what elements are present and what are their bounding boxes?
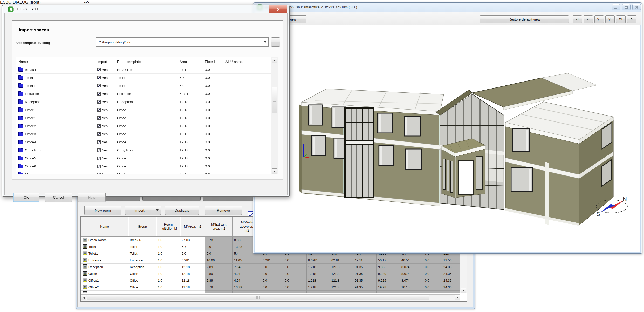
import-table-row[interactable]: OfficeYesOffice12.180.0 — [16, 106, 272, 114]
axis-x-minus-button[interactable]: x- — [584, 15, 593, 23]
import-button[interactable]: Import — [125, 206, 161, 215]
group-cell: Office — [128, 270, 156, 277]
rooms-column-header[interactable]: M*Ext win. area, m2 — [205, 217, 233, 237]
column-header-room-template[interactable]: Room template — [115, 57, 177, 66]
rooms-column-header[interactable]: Group — [128, 217, 156, 237]
import-checkbox[interactable] — [97, 108, 101, 112]
import-table-row[interactable]: Copy RoomYesCopy Room12.180.0 — [16, 146, 272, 154]
new-room-button[interactable]: New room — [84, 206, 121, 215]
import-checkbox[interactable] — [97, 124, 101, 128]
combobox-dropdown-icon[interactable] — [262, 41, 268, 43]
import-table-row[interactable]: Office2YesOffice12.180.0 — [16, 122, 272, 130]
import-checkbox[interactable] — [97, 157, 101, 160]
rooms-table-row[interactable]: ReceptionReception1.012.182.897.640.00.0… — [81, 264, 460, 270]
import-table-row[interactable]: ReceptionYesReception12.180.0 — [16, 98, 272, 106]
import-table-row[interactable]: Office1YesOffice12.180.0 — [16, 114, 272, 122]
viewer-titlebar[interactable]: smalloffice_d_ifc2x3_sb3: smalloffice_d_… — [253, 3, 642, 12]
vscroll-thumb[interactable] — [272, 87, 277, 113]
column-header-floor-l-[interactable]: Floor l... — [203, 57, 223, 66]
column-header-ahu-name[interactable]: AHU name — [223, 57, 272, 66]
import-table-row[interactable]: Office6YesOffice12.180.0 — [16, 162, 272, 170]
rooms-table-row[interactable]: Office2Office1.012.185.7813.390.00.01.21… — [81, 284, 460, 291]
space-name-cell: Office4 — [16, 138, 95, 146]
area-cell: 12.18 — [177, 106, 203, 114]
import-table-row[interactable]: Break RoomYesBreak Room27.110.0 — [16, 66, 272, 74]
help-button[interactable]: Help — [78, 193, 106, 202]
import-checkbox[interactable] — [97, 116, 101, 120]
import-value: Yes — [102, 148, 108, 152]
browse-button[interactable]: ... — [271, 37, 280, 47]
template-building-combobox[interactable]: C:\bugs\building2.idm — [96, 37, 269, 47]
folder-icon — [18, 84, 23, 88]
room-name-cell: Office — [81, 270, 128, 277]
rooms-column-header[interactable]: Room multiplier, M — [156, 217, 180, 237]
import-value: Yes — [102, 116, 108, 120]
import-checkbox[interactable] — [97, 92, 101, 96]
scroll-right-button[interactable] — [455, 295, 460, 300]
hscroll-thumb[interactable] — [87, 295, 429, 300]
import-table-scrollbar[interactable] — [271, 57, 278, 174]
import-dropdown-arrow-icon[interactable] — [154, 209, 161, 211]
rooms-table-row[interactable]: EntranceEntrance1.06.28116.6611.656.2810… — [81, 257, 460, 264]
axis-z-plus-button[interactable]: z+ — [616, 15, 626, 23]
column-header-area[interactable]: Area — [177, 57, 203, 66]
remove-button[interactable]: Remove — [205, 206, 242, 215]
import-table-row[interactable]: Office5YesOffice12.180.0 — [16, 154, 272, 162]
import-table-row[interactable]: EntranceYesEntrance6.2810.0 — [16, 90, 272, 98]
import-checkbox[interactable] — [97, 140, 101, 144]
column-header-import[interactable]: Import — [95, 57, 115, 66]
cancel-button[interactable]: Cancel — [45, 193, 72, 202]
import-checkbox[interactable] — [97, 100, 101, 104]
rooms-table-row[interactable]: Office1Office1.012.182.894.940.00.01.218… — [81, 277, 460, 284]
rooms-table-row[interactable]: OfficeOffice1.012.182.894.940.00.01.2181… — [81, 270, 460, 277]
import-checkbox[interactable] — [97, 165, 101, 168]
column-header-name[interactable]: Name — [16, 57, 95, 66]
scroll-down-button[interactable] — [461, 288, 466, 293]
axis-y-plus-button[interactable]: y+ — [594, 15, 604, 23]
rooms-column-header[interactable]: Name — [81, 217, 128, 237]
scroll-up-button[interactable] — [272, 58, 277, 63]
import-cell: Yes — [95, 98, 115, 106]
value-cell: 1.218 — [307, 284, 330, 291]
import-table-row[interactable]: Office4YesOffice12.180.0 — [16, 138, 272, 146]
import-table-row[interactable]: Toilet1YesToilet6.00.0 — [16, 82, 272, 90]
restore-default-view-button[interactable]: Restore default view — [480, 15, 569, 23]
import-value: Yes — [102, 132, 108, 136]
import-checkbox[interactable] — [97, 76, 101, 79]
maximize-button[interactable] — [622, 4, 631, 10]
import-checkbox[interactable] — [97, 148, 101, 152]
minimize-button[interactable] — [612, 4, 620, 10]
rooms-horizontal-scrollbar[interactable] — [81, 294, 460, 301]
import-checkbox[interactable] — [97, 68, 101, 71]
dialog-titlebar[interactable]: IFC --> ESBO — [2, 5, 289, 13]
import-table-row[interactable]: MeetingYesMeeting27.450.0 — [16, 170, 272, 174]
import-checkbox[interactable] — [97, 173, 101, 174]
import-checkbox[interactable] — [97, 84, 101, 87]
import-checkbox[interactable] — [97, 132, 101, 136]
import-table-row[interactable]: Office3YesOffice15.120.0 — [16, 130, 272, 138]
arrow-up-icon — [273, 60, 276, 61]
import-table-row[interactable]: ToiletYesToilet5.70.0 — [16, 74, 272, 82]
group-cell: Office — [128, 284, 156, 291]
viewer-3d-canvas[interactable]: N S — [255, 25, 640, 252]
space-name-cell: Office2 — [16, 122, 95, 130]
import-value: Yes — [102, 156, 108, 160]
axis-x-plus-button[interactable]: x+ — [573, 15, 582, 23]
rooms-column-header[interactable]: M*Area, m2 — [180, 217, 205, 237]
rooms-table-row[interactable]: Office3Office1.015.125.7815.290.00.01.51… — [81, 291, 460, 293]
scroll-down-button[interactable] — [272, 168, 277, 174]
value-cell: 12.56 — [442, 257, 460, 264]
axis-z-minus-button[interactable]: z- — [627, 15, 636, 23]
clipped-tab[interactable] — [142, 197, 201, 201]
duplicate-button[interactable]: Duplicate — [165, 206, 199, 215]
clipped-tab[interactable] — [203, 197, 258, 201]
axis-y-minus-button[interactable]: y- — [605, 15, 615, 23]
new-room-label: New room — [95, 208, 111, 212]
scroll-left-button[interactable] — [81, 295, 86, 300]
floor-level-cell: 0.0 — [203, 66, 223, 74]
close-button[interactable] — [632, 4, 641, 10]
ok-button[interactable]: OK — [13, 193, 39, 202]
dialog-close-button[interactable] — [269, 5, 287, 13]
space-name: Office2 — [25, 124, 36, 128]
value-cell: 0.0 — [423, 277, 442, 284]
